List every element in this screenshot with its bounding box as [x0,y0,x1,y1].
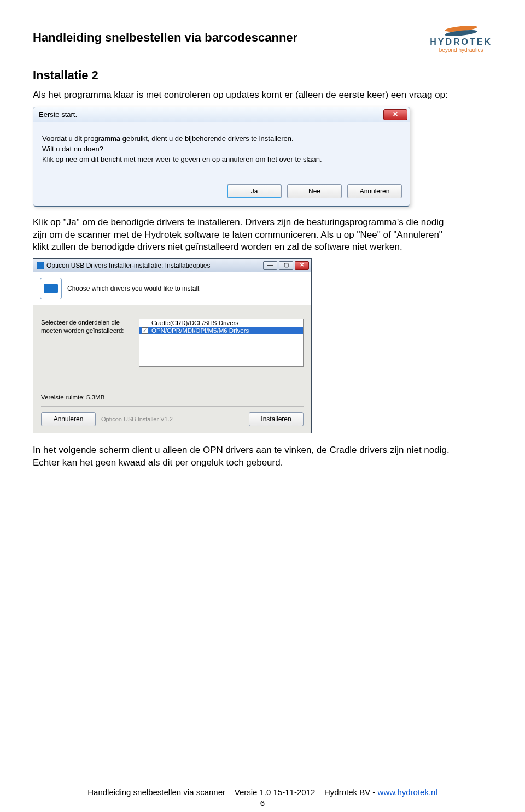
after-text: In het volgende scherm dient u alleen de… [33,444,459,469]
installer-icon [37,262,44,269]
page-header: Handleiding snelbestellen via barcodesca… [33,22,492,53]
window-controls: — ▢ ✕ [263,261,309,270]
footer-link[interactable]: www.hydrotek.nl [378,787,438,797]
driver-item-cradle: Cradle(CRD)/DCL/SHS Drivers [151,320,238,326]
page-number: 6 [0,798,525,808]
maximize-button[interactable]: ▢ [279,261,293,270]
logo-icon [445,22,477,36]
dialog-body: Voordat u dit programma gebruikt, dient … [33,122,410,171]
intro-text: Als het programma klaar is met controler… [33,89,459,101]
dialog-eerste-start: Eerste start. ✕ Voordat u dit programma … [33,107,410,207]
list-item[interactable]: ✓ OPN/OPR/MDI/OPI/M5/M6 Drivers [139,327,303,334]
cancel-button[interactable]: Annuleren [347,184,402,198]
required-space: Vereiste ruimte: 5.3MB [33,372,311,405]
list-item[interactable]: Cradle(CRD)/DCL/SHS Drivers [139,319,303,327]
section-title: Installatie 2 [33,68,492,83]
dialog-button-row: Ja Nee Annuleren [33,171,410,206]
dialog-title: Eerste start. [39,110,77,119]
installer-footer: Annuleren Opticon USB Installer V1.2 Ins… [33,407,311,433]
mid-text: Klik op "Ja" om de benodigde drivers te … [33,216,459,253]
driver-list[interactable]: Cradle(CRD)/DCL/SHS Drivers ✓ OPN/OPR/MD… [139,319,304,367]
yes-button[interactable]: Ja [227,184,282,198]
footer-text: Handleiding snelbestellen via scanner – … [88,787,377,797]
dialog-installer: Opticon USB Drivers Installer-installati… [33,258,312,433]
driver-item-opn: OPN/OPR/MDI/OPI/M5/M6 Drivers [151,327,249,334]
dialog-titlebar: Eerste start. ✕ [33,107,410,122]
logo: HYDROTEK beyond hydraulics [430,22,492,53]
installer-header-icon [40,278,62,299]
close-button[interactable]: ✕ [383,109,407,120]
checkbox-icon[interactable] [142,320,148,326]
dialog-line1: Voordat u dit programma gebruikt, dient … [42,134,401,144]
checkbox-icon[interactable]: ✓ [142,327,148,334]
minimize-button[interactable]: — [263,261,277,270]
installer-install-button[interactable]: Installeren [249,412,304,426]
no-button[interactable]: Nee [287,184,342,198]
dialog-line3: Klik op nee om dit bericht niet meer wee… [42,155,401,164]
page-footer: Handleiding snelbestellen via scanner – … [0,787,525,797]
close-button[interactable]: ✕ [295,261,309,270]
installer-titlebar: Opticon USB Drivers Installer-installati… [33,259,311,272]
header-title: Handleiding snelbestellen via barcodesca… [33,31,298,45]
dialog-line2: Wilt u dat nu doen? [42,145,401,154]
selection-label: Selecteer de onderdelen die moeten worde… [41,319,131,334]
installer-title: Opticon USB Drivers Installer-installati… [46,262,210,269]
installer-header: Choose which drivers you would like to i… [33,272,311,305]
selection-row: Selecteer de onderdelen die moeten worde… [33,305,311,372]
installer-footer-hint: Opticon USB Installer V1.2 [101,416,173,422]
installer-cancel-button[interactable]: Annuleren [41,412,96,426]
logo-text: HYDROTEK [430,37,492,47]
installer-header-text: Choose which drivers you would like to i… [67,285,201,292]
logo-subtitle: beyond hydraulics [430,47,492,53]
